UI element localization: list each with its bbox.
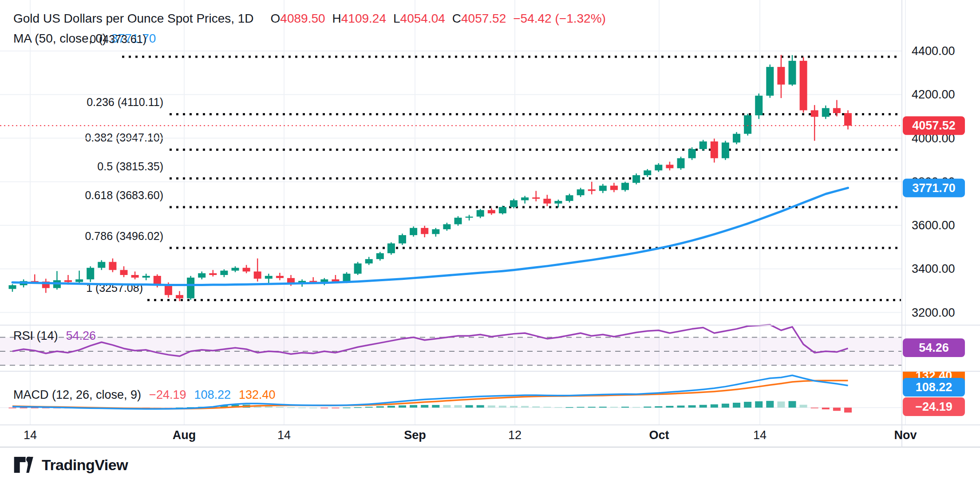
time-label-nov: Nov [894,428,917,442]
last-price-badge: 4057.52 [903,116,965,135]
low-value: 4054.04 [400,12,445,25]
macd-histogram [9,401,852,412]
tradingview-attribution[interactable]: TradingView [13,455,128,475]
time-label-jul14: 14 [24,428,37,442]
close-value: 4057.52 [461,12,506,25]
svg-text:3771.70: 3771.70 [912,181,956,195]
time-label-oct: Oct [649,428,669,442]
price-axis-label: 3400.00 [912,262,955,275]
ma-price-badge: 3771.70 [903,179,965,197]
fib-level-label-0: 0 (4373.61) [90,32,146,46]
price-axis-label: 4400.00 [912,44,955,58]
histogram-value-badge: −24.19 [903,397,965,416]
macd-value-badge: 108.22 [903,378,965,397]
tradingview-chart-window: 4400.004200.004000.003800.003600.003400.… [0,0,980,487]
time-label-sep12: 12 [508,428,522,442]
rsi-legend-row: RSI (14)54.26 [13,329,96,342]
svg-text:54.26: 54.26 [919,341,949,354]
macd-signal-value: 132.40 [239,388,276,401]
symbol-title[interactable]: Gold US Dollars per Ounce Spot Prices, 1… [13,12,254,25]
symbol-legend-row: Gold US Dollars per Ounce Spot Prices, 1… [13,11,606,27]
rsi-indicator-title[interactable]: RSI (14) [13,329,58,342]
svg-text:108.22: 108.22 [916,381,952,394]
macd-histogram-value: −24.19 [149,388,186,401]
time-label-aug14: 14 [277,428,291,442]
fib-retracement-lines[interactable] [122,57,901,300]
price-axis-label: 3600.00 [912,219,955,232]
rsi-value-badge: 54.26 [903,338,965,357]
open-value: 4089.50 [280,12,325,25]
high-value: 4109.24 [341,12,386,25]
open-label: O [271,12,281,25]
price-axis-label: 3200.00 [912,306,955,319]
close-label: C [452,12,461,25]
macd-line-value: 108.22 [194,388,231,401]
time-axis[interactable]: 14 Aug 14 Sep 12 Oct 14 Nov [0,426,980,447]
high-label: H [332,12,341,25]
tradingview-logo-icon [13,455,36,475]
price-axis-label: 4200.00 [912,88,955,101]
time-label-oct14: 14 [753,428,767,442]
rsi-value: 54.26 [66,329,96,342]
tradingview-brand-text: TradingView [42,456,128,474]
svg-text:4057.52: 4057.52 [912,119,956,132]
time-label-aug: Aug [173,428,196,442]
low-label: L [393,12,400,25]
change-value: −54.42 (−1.32%) [513,12,606,25]
ma50-line[interactable] [12,188,848,285]
time-label-sep: Sep [404,428,426,442]
chart-canvas[interactable]: 4400.004200.004000.003800.003600.003400.… [0,0,980,487]
macd-indicator-title[interactable]: MACD (12, 26, close, 9) [13,388,141,401]
svg-text:−24.19: −24.19 [915,400,952,413]
macd-legend-row: MACD (12, 26, close, 9)−24.19108.22132.4… [13,388,276,401]
